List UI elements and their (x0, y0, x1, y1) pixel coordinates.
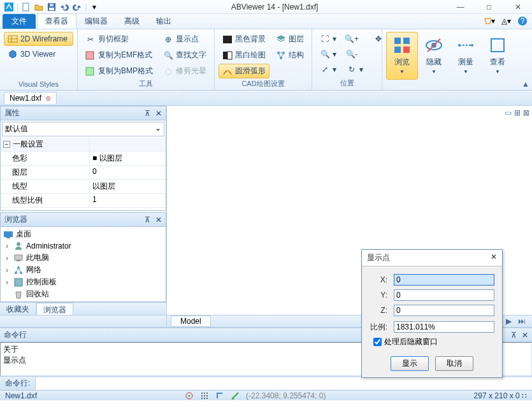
qat-dropdown-icon[interactable]: ▾ (89, 2, 99, 12)
blackbg-label: 黑色背景 (235, 34, 266, 45)
tree-node[interactable]: ›网络 (1, 264, 166, 276)
smooth-arc-button[interactable]: 圆滑弧形 (219, 64, 270, 78)
file-tab[interactable]: 文件 (3, 14, 36, 29)
prop-row[interactable]: 色彩■ 以图层 (1, 152, 166, 166)
pin-icon[interactable]: ⊼ (145, 109, 150, 118)
tab-browser[interactable]: 浏览器 (36, 303, 73, 315)
copy-bmp-button[interactable]: 复制为BMP格式 (82, 64, 157, 78)
help-icon[interactable]: ? (517, 15, 528, 27)
tile-icon[interactable]: ⊞ (514, 108, 521, 117)
close-panel-icon[interactable]: ✕ (522, 331, 528, 340)
prop-section-row[interactable]: −一般设置 (1, 138, 166, 152)
options-icon[interactable]: ▾ (484, 15, 495, 27)
tree-root[interactable]: 桌面 (1, 228, 166, 240)
prop-val[interactable]: ■ 以图层 (90, 152, 166, 165)
scroll-next-icon[interactable]: ▶ (503, 317, 514, 326)
redo-icon[interactable] (72, 2, 82, 12)
browser-header[interactable]: 浏览器 ⊼ ✕ (1, 213, 166, 227)
properties-header[interactable]: 属性 ⊼ ✕ (1, 106, 166, 120)
expand-icon[interactable]: › (3, 266, 11, 275)
tab-advanced[interactable]: 高级 (116, 13, 148, 29)
structure-button[interactable]: 结构 (272, 48, 308, 62)
close-panel-icon[interactable]: ✕ (155, 215, 162, 224)
new-icon[interactable] (21, 2, 31, 12)
ribbon-collapse-icon[interactable]: ▲ (522, 80, 529, 89)
wireframe-button[interactable]: 2D Wireframe (4, 32, 73, 46)
dialog-close-icon[interactable]: ✕ (491, 252, 497, 263)
tab-output[interactable]: 输出 (148, 13, 180, 29)
prop-row[interactable]: 图层0 (1, 166, 166, 180)
prop-val[interactable]: 以图层 (90, 180, 166, 193)
collapse-icon[interactable]: − (3, 141, 10, 148)
mdi-close-icon[interactable]: ⊠ (523, 108, 529, 117)
open-icon[interactable] (34, 2, 44, 12)
layers-button[interactable]: 图层 (272, 32, 308, 47)
grid-snap-icon[interactable] (200, 391, 209, 400)
close-tab-icon[interactable]: ⊗ (45, 94, 51, 103)
show-point-button[interactable]: ⊕显示点 (159, 32, 210, 47)
osnap-icon[interactable] (185, 391, 194, 400)
properties-grid: −一般设置 色彩■ 以图层 图层0 线型以图层 线型比例1 (1, 138, 166, 210)
y-input[interactable] (394, 289, 494, 301)
tab-editor[interactable]: 编辑器 (76, 13, 116, 29)
bw-draw-button[interactable]: 黑白绘图 (219, 48, 270, 62)
app-icon[interactable] (4, 2, 14, 12)
maximize-button[interactable]: □ (475, 0, 503, 14)
zoom-prev-button[interactable]: 🔍▾ (316, 47, 340, 61)
document-tab[interactable]: New1.dxf ⊗ (4, 92, 57, 104)
zoom-in-button[interactable]: 🔍+ (343, 32, 367, 46)
tab-favorites[interactable]: 收藏夹 (0, 303, 36, 315)
tree-node[interactable]: 回收站 (1, 288, 166, 300)
black-bg-button[interactable]: 黑色背景 (219, 32, 270, 47)
cancel-button[interactable]: 取消 (435, 356, 473, 371)
expand-icon[interactable]: › (3, 278, 11, 287)
clip-frame-button[interactable]: ✂剪切框架 (82, 32, 157, 47)
scroll-last-icon[interactable]: ⏭ (515, 317, 528, 326)
x-input[interactable] (394, 274, 494, 286)
prop-val[interactable]: 1 (90, 194, 166, 207)
tree-node[interactable]: ›控制面板 (1, 276, 166, 288)
undo-icon[interactable] (59, 2, 69, 12)
close-panel-icon[interactable]: ✕ (155, 109, 162, 118)
browse-big-button[interactable]: 浏览▼ (386, 32, 418, 80)
prop-row[interactable]: 线型比例1 (1, 194, 166, 208)
zoom-fit-button[interactable]: ⛶▾ (316, 32, 340, 46)
measure-big-button[interactable]: 测量▼ (450, 32, 482, 80)
scale-input[interactable] (394, 321, 494, 333)
command-input[interactable] (36, 378, 532, 389)
model-tab[interactable]: Model (171, 315, 211, 327)
dialog-titlebar[interactable]: 显示点 ✕ (362, 250, 502, 266)
svg-rect-21 (403, 47, 410, 53)
prop-val[interactable]: 0 (90, 166, 166, 179)
close-button[interactable]: ✕ (503, 0, 532, 14)
pin-icon[interactable]: ⊼ (145, 215, 150, 224)
prop-row[interactable]: 线型以图层 (1, 180, 166, 194)
cascade-icon[interactable]: ▭ (505, 108, 512, 117)
ortho-icon[interactable] (215, 391, 224, 400)
zoom-out-button[interactable]: 🔍- (343, 47, 367, 61)
expand-icon[interactable]: › (3, 254, 11, 263)
z-input[interactable] (394, 305, 494, 316)
hide-after-checkbox[interactable] (373, 338, 382, 346)
minimize-button[interactable]: — (446, 0, 475, 14)
find-text-button[interactable]: 🔍查找文字 (159, 48, 210, 62)
show-button[interactable]: 显示 (391, 356, 429, 371)
view-big-button[interactable]: 查看▼ (482, 32, 514, 80)
style-dropdown-icon[interactable]: ◬▾ (500, 15, 512, 27)
tab-viewer[interactable]: 查看器 (37, 13, 76, 29)
tree-node[interactable]: ›此电脑 (1, 252, 166, 264)
polar-icon[interactable] (231, 391, 240, 400)
canvas[interactable]: ▭ ⊞ ⊠ 显示点 ✕ X: Y: Z: 比例: 处理后隐藏窗口 显示 取消 (167, 106, 532, 315)
expand-icon[interactable]: › (3, 242, 11, 250)
rotate-button[interactable]: ↻▾ (343, 62, 367, 76)
zoom-scale-button[interactable]: ⤢▾ (316, 62, 340, 76)
3dviewer-button[interactable]: 3D Viewer (4, 47, 73, 61)
hide-big-button[interactable]: 隐藏▼ (418, 32, 450, 80)
save-icon[interactable] (47, 2, 57, 12)
hide-after-checkbox-row[interactable]: 处理后隐藏窗口 (373, 337, 494, 347)
copy-emf-button[interactable]: 复制为EMF格式 (82, 48, 157, 62)
pin-icon[interactable]: ⊼ (511, 331, 517, 340)
tree-node[interactable]: ›Administrator (1, 240, 166, 252)
cube-icon (8, 49, 18, 59)
properties-filter-dropdown[interactable]: 默认值⌄ (2, 122, 164, 136)
